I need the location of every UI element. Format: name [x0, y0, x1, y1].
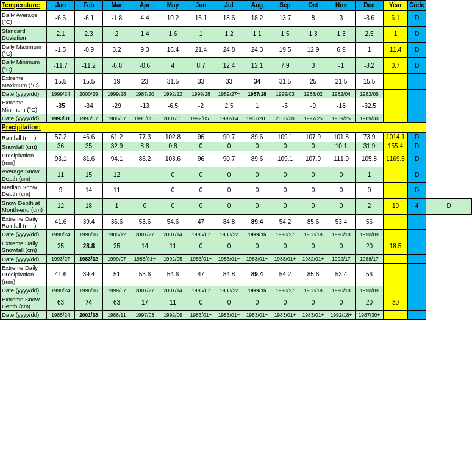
data-cell: -0.9 [75, 42, 103, 58]
data-cell: 0 [215, 198, 243, 214]
data-cell: 1985/07 [103, 114, 131, 123]
data-cell: -6.8 [103, 58, 131, 74]
data-cell: 0 [327, 198, 356, 214]
data-cell: 19.5 [271, 42, 299, 58]
data-cell: 105.8 [356, 151, 384, 167]
data-cell: 107.9 [299, 133, 327, 142]
col-oct: Oct [299, 1, 327, 11]
data-cell: 1983/01+ [187, 311, 215, 319]
data-cell: 0 [131, 198, 159, 214]
data-cell: 1988/19 [299, 230, 327, 239]
row-label: Daily Maximum (°C) [1, 42, 47, 58]
data-cell: 21.5 [327, 74, 356, 90]
data-cell: 32.9 [103, 142, 131, 151]
row-label: Snow Depth at Month-end (cm) [1, 198, 47, 214]
table-row: Snow Depth at Month-end (cm)121810000000… [1, 198, 472, 214]
data-cell: 0 [327, 239, 356, 254]
data-cell: -29 [103, 98, 131, 114]
table-row: Extreme Minimum (°C)-35-34-29-13-6.5-22.… [1, 98, 472, 114]
data-cell: 74 [75, 295, 103, 311]
data-cell: 1995/07 [187, 286, 215, 295]
data-cell: 1983/01+ [215, 311, 243, 319]
data-cell: 101.8 [327, 133, 356, 142]
data-cell: 0 [215, 295, 243, 311]
data-cell: 11.4 [384, 42, 408, 58]
table-row: Extreme Daily Rainfall (mm)41.639.436.65… [1, 214, 472, 230]
data-cell: 16.4 [159, 42, 187, 58]
data-cell: 6.9 [327, 42, 356, 58]
data-cell: D [408, 26, 426, 42]
data-cell: 1990/18 [327, 230, 356, 239]
data-cell: 2.5 [356, 26, 384, 42]
data-cell: 1996/16 [75, 286, 103, 295]
data-cell [384, 254, 408, 263]
data-cell: 1998/27 [271, 230, 299, 239]
data-cell: -34 [75, 98, 103, 114]
table-row: Extreme Daily Snowfall (cm)2528.82514110… [1, 239, 472, 254]
data-cell: -6.6 [47, 11, 75, 27]
data-cell [131, 183, 159, 199]
data-cell: 1999/15 [243, 230, 271, 239]
data-cell: 1983/01+ [271, 311, 299, 319]
data-cell: 0 [215, 239, 243, 254]
data-cell: -11.7 [47, 58, 75, 74]
data-cell: 1982/06 [356, 89, 384, 98]
data-cell: 1987/18 [243, 89, 271, 98]
data-cell: 1993/27 [47, 254, 75, 263]
data-cell: 96 [187, 151, 215, 167]
data-cell: 0.7 [384, 58, 408, 74]
data-cell: 20 [356, 239, 384, 254]
data-cell: 1014.1 [384, 133, 408, 142]
data-cell: 1998/24 [47, 286, 75, 295]
data-cell: -5 [271, 98, 299, 114]
row-label: Standard Deviation [1, 26, 47, 42]
data-cell: 73.9 [356, 133, 384, 142]
data-cell: 84.8 [215, 263, 243, 286]
data-cell: 0 [271, 183, 299, 199]
data-cell: 1995/07 [187, 230, 215, 239]
table-row: Standard Deviation2.12.321.41.611.21.11.… [1, 26, 472, 42]
data-cell [408, 254, 426, 263]
data-cell: 0 [215, 167, 243, 183]
data-cell: 0 [187, 142, 215, 151]
col-nov: Nov [327, 1, 356, 11]
data-cell: D [408, 183, 426, 199]
data-cell: 2.3 [75, 26, 103, 42]
data-cell: 1988/17 [356, 254, 384, 263]
data-cell: 0 [187, 167, 215, 183]
table-row: Date (yyyy/dd)1993/311993/071985/071995/… [1, 114, 472, 123]
data-cell: 0 [327, 295, 356, 311]
data-cell: 90.7 [215, 151, 243, 167]
data-cell: 1992/18+ [327, 311, 356, 319]
data-cell: 11 [103, 183, 131, 199]
data-cell: 1987/30+ [356, 311, 384, 319]
data-cell: 47 [187, 214, 215, 230]
data-cell: 17 [131, 295, 159, 311]
data-cell: 63 [103, 295, 131, 311]
table-row: Date (yyyy/dd)1998/241996/161999/072001/… [1, 286, 472, 295]
row-label: Precipitation (mm) [1, 151, 47, 167]
data-cell [408, 295, 426, 311]
data-cell: 21.4 [187, 42, 215, 58]
data-cell: 2001/14 [159, 286, 187, 295]
data-cell: 8.7 [187, 58, 215, 74]
data-cell: 1983/01+ [243, 254, 271, 263]
data-cell: 1987/20 [131, 89, 159, 98]
data-cell: 36.6 [103, 214, 131, 230]
data-cell: 35 [75, 142, 103, 151]
data-cell: 1.4 [131, 26, 159, 42]
data-cell: -18 [327, 98, 356, 114]
data-cell: 53.6 [131, 263, 159, 286]
data-cell: 19 [103, 74, 131, 90]
data-cell: 4 [159, 58, 187, 74]
data-cell: 1990/08 [356, 286, 384, 295]
data-cell: 4.4 [131, 11, 159, 27]
data-cell: 1993/31 [47, 114, 75, 123]
data-cell: 56 [356, 263, 384, 286]
data-cell: 1995/05+ [131, 114, 159, 123]
row-label: Date (yyyy/dd) [1, 254, 47, 263]
data-cell [408, 286, 426, 295]
data-cell: 96 [187, 133, 215, 142]
table-row: Extreme Maximum (°C)15.515.5192331.53333… [1, 74, 472, 90]
data-cell [384, 214, 408, 230]
